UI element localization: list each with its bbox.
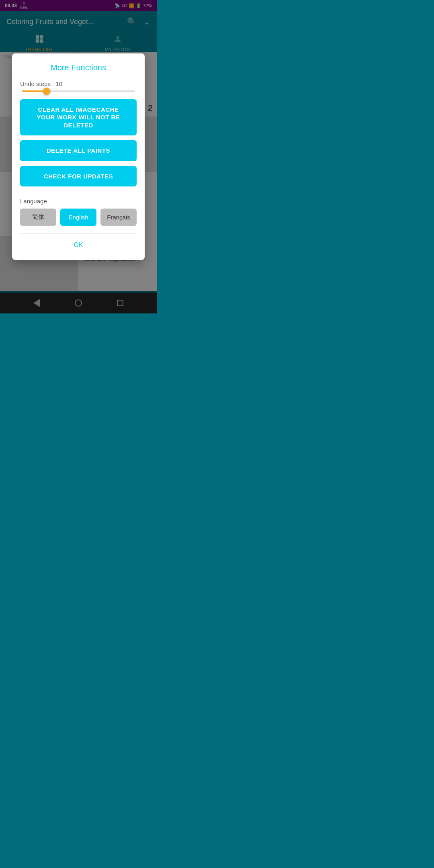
- check-updates-button[interactable]: CHECK FOR UPDATES: [20, 166, 137, 187]
- undo-slider-container[interactable]: [20, 90, 137, 92]
- language-label: Language: [20, 198, 137, 205]
- more-functions-modal: More Functions Undo steps : 10 CLEAR ALL…: [12, 53, 145, 260]
- modal-title: More Functions: [20, 63, 137, 72]
- modal-backdrop: More Functions Undo steps : 10 CLEAR ALL…: [0, 0, 157, 313]
- modal-divider: [20, 233, 137, 233]
- lang-chinese-button[interactable]: 简体: [20, 209, 56, 226]
- undo-steps-label: Undo steps : 10: [20, 80, 137, 87]
- language-section: Language 简体 English Français: [20, 198, 137, 226]
- slider-track: [22, 90, 135, 92]
- clear-cache-button[interactable]: CLEAR ALL IMAGECACHEYOUR WORK WILL NOT B…: [20, 99, 137, 136]
- ok-button[interactable]: OK: [20, 238, 137, 252]
- lang-french-button[interactable]: Français: [100, 209, 137, 226]
- slider-thumb[interactable]: [43, 88, 50, 95]
- delete-all-paints-button[interactable]: DELETE ALL PAINTS: [20, 140, 137, 161]
- language-options: 简体 English Français: [20, 209, 137, 226]
- lang-english-button[interactable]: English: [60, 209, 96, 226]
